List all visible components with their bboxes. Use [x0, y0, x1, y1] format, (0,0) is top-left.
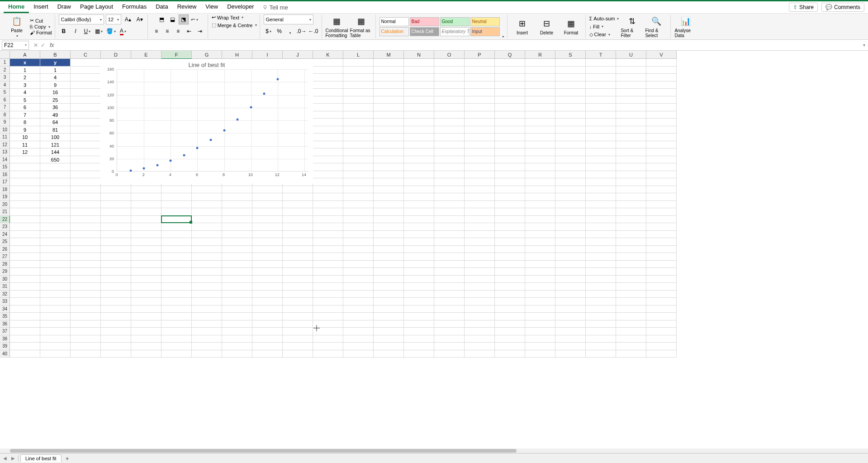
cell[interactable] [192, 186, 222, 194]
cell[interactable] [161, 216, 192, 224]
cell[interactable]: 49 [40, 111, 71, 119]
cell[interactable] [40, 343, 71, 350]
cell[interactable] [465, 335, 495, 343]
delete-cells-button[interactable]: ⊟Delete [536, 18, 558, 35]
cell[interactable] [343, 111, 374, 119]
cell[interactable] [252, 238, 283, 246]
cell[interactable] [252, 298, 283, 305]
cell[interactable] [161, 186, 192, 194]
cell[interactable] [161, 313, 192, 320]
cell[interactable] [40, 276, 71, 283]
cell[interactable] [555, 201, 586, 209]
cell[interactable] [313, 201, 343, 209]
cell[interactable] [434, 238, 465, 246]
chart-data-point[interactable] [183, 154, 185, 156]
cell[interactable] [404, 298, 434, 305]
cell[interactable] [131, 305, 161, 313]
cell[interactable] [71, 163, 101, 171]
cell[interactable] [71, 320, 101, 328]
align-top-button[interactable]: ⬒ [157, 14, 167, 24]
cell[interactable] [222, 283, 252, 291]
row-header[interactable]: 19 [0, 193, 10, 201]
cell[interactable] [71, 231, 101, 239]
cell[interactable] [646, 223, 677, 231]
cell[interactable] [252, 343, 283, 350]
cell[interactable] [222, 216, 252, 224]
cell[interactable] [555, 59, 586, 67]
cell[interactable] [586, 111, 616, 119]
cell[interactable] [555, 171, 586, 179]
cell[interactable] [434, 186, 465, 194]
cell[interactable] [586, 313, 616, 320]
cell[interactable] [495, 201, 525, 209]
cell[interactable] [586, 186, 616, 194]
cell[interactable] [616, 291, 646, 298]
cell[interactable] [313, 246, 343, 253]
cell[interactable] [555, 283, 586, 291]
cell[interactable] [586, 126, 616, 134]
cell[interactable] [161, 246, 192, 253]
cell[interactable] [555, 141, 586, 149]
cell[interactable] [616, 141, 646, 149]
cell[interactable] [40, 231, 71, 239]
cell[interactable] [586, 89, 616, 96]
cell[interactable] [616, 89, 646, 96]
cell[interactable] [616, 134, 646, 141]
cell[interactable] [252, 305, 283, 313]
cell[interactable] [646, 186, 677, 194]
cell[interactable] [40, 201, 71, 209]
cell[interactable] [10, 178, 40, 186]
cell[interactable] [434, 223, 465, 231]
cell[interactable] [646, 350, 677, 358]
cell[interactable] [10, 208, 40, 216]
cell[interactable]: 16 [40, 89, 71, 96]
cell[interactable] [161, 201, 192, 209]
row-header[interactable]: 21 [0, 208, 10, 216]
cell[interactable] [465, 305, 495, 313]
cell[interactable] [465, 253, 495, 261]
cell[interactable] [252, 253, 283, 261]
cell[interactable] [343, 313, 374, 320]
cell[interactable] [374, 305, 404, 313]
row-header[interactable]: 22 [0, 216, 10, 224]
column-header[interactable]: V [646, 51, 677, 59]
menu-tab-data[interactable]: Data [151, 1, 172, 13]
cell[interactable] [131, 268, 161, 276]
cell[interactable] [404, 328, 434, 335]
cell[interactable] [434, 335, 465, 343]
cell[interactable] [252, 313, 283, 320]
cell[interactable] [404, 246, 434, 253]
chart-data-point[interactable] [156, 164, 158, 167]
chart-data-point[interactable] [263, 93, 266, 95]
cell[interactable] [71, 313, 101, 320]
cell[interactable] [192, 223, 222, 231]
cell[interactable] [374, 81, 404, 89]
cell[interactable] [283, 238, 313, 246]
cell[interactable]: y [40, 59, 71, 67]
cell[interactable] [71, 291, 101, 298]
cell[interactable] [495, 89, 525, 96]
cell[interactable] [404, 89, 434, 96]
menu-tab-page-layout[interactable]: Page Layout [76, 1, 118, 13]
cell[interactable] [71, 178, 101, 186]
style-neutral[interactable]: Neutral [470, 17, 500, 26]
cell[interactable] [586, 119, 616, 126]
cell[interactable] [555, 238, 586, 246]
cell[interactable] [646, 193, 677, 201]
cell[interactable] [10, 298, 40, 305]
cell[interactable] [646, 111, 677, 119]
cell[interactable] [586, 156, 616, 164]
cell[interactable] [374, 276, 404, 283]
cell[interactable] [374, 178, 404, 186]
cell[interactable] [10, 261, 40, 268]
style-bad[interactable]: Bad [410, 17, 439, 26]
cell[interactable] [586, 148, 616, 156]
cell[interactable] [495, 111, 525, 119]
cancel-icon[interactable]: ✕ [33, 42, 38, 48]
cell[interactable] [374, 291, 404, 298]
cell[interactable]: 25 [40, 96, 71, 104]
cell[interactable] [586, 74, 616, 81]
find-select-button[interactable]: 🔍Find & Select [645, 15, 668, 38]
copy-button[interactable]: ⎘Copy▾ [30, 24, 52, 29]
cell[interactable] [465, 104, 495, 111]
